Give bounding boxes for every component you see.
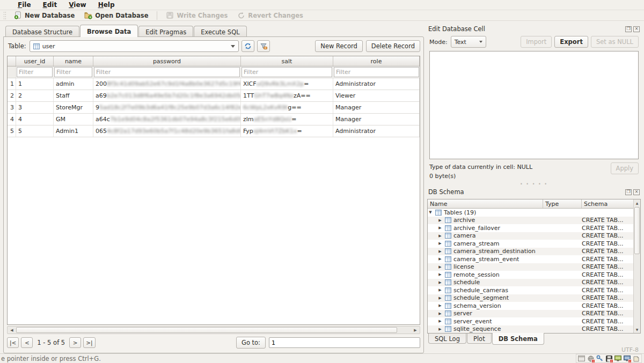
chevron-collapsed-icon[interactable]: ▶: [437, 288, 443, 292]
tree-item[interactable]: ▶camera_stream_destinationCREATE TAB...: [428, 248, 633, 256]
set-as-null-button[interactable]: Set as NULL: [591, 36, 639, 48]
tree-item[interactable]: ▶schema_versionCREATE TAB...: [428, 302, 633, 310]
prev-page-button[interactable]: <: [21, 337, 33, 348]
tree-column-name[interactable]: Name: [428, 199, 543, 208]
menu-help[interactable]: Help: [93, 0, 120, 10]
monitor-tray-icon[interactable]: [614, 355, 622, 362]
column-header-password[interactable]: password: [93, 56, 241, 66]
menu-file[interactable]: File: [13, 0, 36, 10]
table-row[interactable]: 2 2 Staff a69b2e7c013d8f6a49e5b7d20c1f8e…: [8, 90, 420, 102]
panel-splitter[interactable]: • • • • •: [427, 182, 641, 186]
scroll-up-icon[interactable]: ▲: [634, 199, 640, 206]
filter-input-user-id[interactable]: [17, 67, 53, 77]
tree-item[interactable]: ▶archive_failoverCREATE TAB...: [428, 224, 633, 232]
tree-item[interactable]: ▶server_eventCREATE TAB...: [428, 317, 633, 325]
chevron-collapsed-icon[interactable]: ▶: [437, 303, 443, 308]
scroll-down-icon[interactable]: ▼: [634, 326, 640, 333]
first-page-button[interactable]: |<: [7, 337, 19, 348]
goto-input[interactable]: [269, 337, 420, 348]
open-database-button[interactable]: Open Database: [80, 10, 152, 20]
clear-filters-button[interactable]: [257, 40, 270, 52]
chevron-collapsed-icon[interactable]: ▶: [437, 257, 443, 261]
scrollbar-thumb[interactable]: [634, 207, 640, 254]
write-changes-button[interactable]: Write Changes: [162, 10, 232, 20]
close-panel-icon[interactable]: ×: [633, 189, 640, 195]
next-page-button[interactable]: >: [69, 337, 81, 348]
filter-input-name[interactable]: [54, 67, 92, 77]
export-button[interactable]: Export: [554, 36, 588, 48]
clipboard-tray-icon[interactable]: [632, 355, 640, 362]
chevron-collapsed-icon[interactable]: ▶: [437, 312, 443, 316]
column-header-name[interactable]: name: [54, 56, 93, 66]
chevron-collapsed-icon[interactable]: ▶: [437, 296, 443, 300]
chevron-collapsed-icon[interactable]: ▶: [437, 234, 443, 238]
cell-edit-textarea[interactable]: [429, 51, 639, 159]
menu-edit[interactable]: Edit: [38, 0, 62, 10]
tree-item[interactable]: ▶serverCREATE TAB...: [428, 310, 633, 318]
chevron-collapsed-icon[interactable]: ▶: [437, 249, 443, 254]
tree-column-schema[interactable]: Schema: [582, 199, 633, 208]
horizontal-scrollbar[interactable]: ◀ ▶: [7, 326, 420, 334]
tree-item[interactable]: ▶scheduleCREATE TAB...: [428, 279, 633, 287]
tab-database-structure[interactable]: Database Structure: [5, 26, 79, 36]
column-header-user-id[interactable]: user_id: [16, 56, 54, 66]
table-select[interactable]: user: [30, 40, 239, 52]
close-panel-icon[interactable]: ×: [633, 26, 640, 32]
key-tray-icon[interactable]: [596, 355, 604, 362]
float-panel-icon[interactable]: ❐: [625, 26, 632, 32]
new-database-button[interactable]: New Database: [10, 10, 79, 20]
tree-column-type[interactable]: Type: [543, 199, 582, 208]
chevron-expanded-icon[interactable]: ▼: [428, 210, 433, 214]
mode-select[interactable]: Text: [451, 36, 486, 48]
chevron-collapsed-icon[interactable]: ▶: [437, 218, 443, 223]
tree-item[interactable]: ▶schedule_camerasCREATE TAB...: [428, 286, 633, 294]
disk-tray-icon[interactable]: ×: [605, 355, 613, 362]
tab-db-schema[interactable]: DB Schema: [492, 333, 544, 345]
chevron-collapsed-icon[interactable]: ▶: [437, 280, 443, 285]
column-header-salt[interactable]: salt: [241, 56, 333, 66]
scrollbar-thumb[interactable]: [16, 327, 397, 333]
import-button[interactable]: Import: [521, 36, 552, 48]
tab-browse-data[interactable]: Browse Data: [80, 25, 138, 37]
tree-item[interactable]: ▶camera_stream_eventCREATE TAB...: [428, 255, 633, 263]
scroll-left-icon[interactable]: ◀: [8, 327, 16, 334]
float-panel-icon[interactable]: ❐: [625, 189, 632, 195]
tab-execute-sql[interactable]: Execute SQL: [194, 26, 246, 36]
chevron-collapsed-icon[interactable]: ▶: [437, 241, 443, 246]
menu-view[interactable]: View: [64, 0, 91, 10]
table-row[interactable]: 3 3 StoreMgr 95ad18c2f7e09b3d6a41f8c25e9…: [8, 102, 420, 114]
window-tray-icon[interactable]: [577, 355, 586, 362]
display-tray-icon[interactable]: ×: [623, 355, 631, 362]
filter-input-password[interactable]: [94, 67, 240, 77]
chevron-collapsed-icon[interactable]: ▶: [437, 327, 443, 331]
new-record-button[interactable]: New Record: [315, 40, 362, 52]
tab-edit-pragmas[interactable]: Edit Pragmas: [138, 26, 193, 36]
tree-root-tables[interactable]: ▼Tables (19): [428, 209, 633, 217]
tree-item[interactable]: ▶cameraCREATE TAB...: [428, 232, 633, 240]
chevron-collapsed-icon[interactable]: ▶: [437, 265, 443, 269]
filter-input-role[interactable]: [334, 67, 419, 77]
filter-input-salt[interactable]: [241, 67, 332, 77]
chevron-collapsed-icon[interactable]: ▶: [437, 226, 443, 230]
table-row[interactable]: 5 5 Admin1 0654c8f2a17d93e60b5a7f1c48d20…: [8, 125, 420, 137]
chevron-collapsed-icon[interactable]: ▶: [437, 319, 443, 323]
network-tray-icon[interactable]: ×: [587, 355, 595, 362]
chevron-collapsed-icon[interactable]: ▶: [437, 272, 443, 277]
tree-item[interactable]: ▶schedule_segmentCREATE TAB...: [428, 294, 633, 302]
last-page-button[interactable]: >|: [83, 337, 95, 348]
refresh-button[interactable]: [241, 40, 254, 52]
tab-plot[interactable]: Plot: [467, 334, 492, 344]
tree-item[interactable]: ▶licenseCREATE TAB...: [428, 263, 633, 271]
delete-record-button[interactable]: Delete Record: [366, 40, 420, 52]
goto-button[interactable]: Go to:: [236, 337, 266, 349]
apply-button[interactable]: Apply: [611, 162, 639, 174]
tab-sql-log[interactable]: SQL Log: [428, 334, 466, 344]
tree-item[interactable]: ▶remote_sessionCREATE TAB...: [428, 271, 633, 279]
tree-item[interactable]: ▶camera_streamCREATE TAB...: [428, 240, 633, 248]
scroll-right-icon[interactable]: ▶: [411, 327, 420, 334]
tree-vertical-scrollbar[interactable]: ▲ ▼: [633, 199, 640, 333]
column-header-role[interactable]: role: [333, 56, 420, 66]
tree-item[interactable]: ▶archiveCREATE TAB...: [428, 217, 633, 225]
tree-item[interactable]: ▶sqlite_sequenceCREATE TAB...: [428, 325, 633, 334]
revert-changes-button[interactable]: Revert Changes: [233, 10, 308, 20]
